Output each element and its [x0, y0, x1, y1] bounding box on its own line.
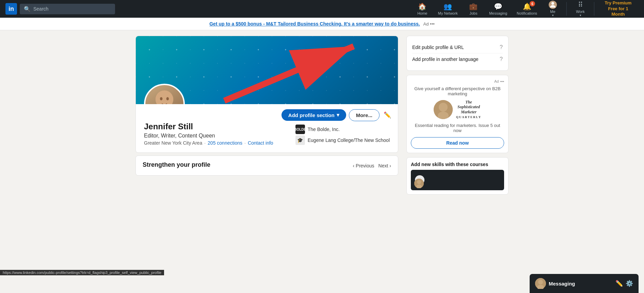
dot-1: ·: [204, 140, 206, 146]
ad-label: Ad: [423, 21, 429, 27]
more-button[interactable]: More...: [349, 109, 380, 121]
main-layout: Add profile section ▾ More... ✏️ Jennife…: [130, 36, 514, 195]
strengthen-title: Strengthen your profile: [143, 161, 210, 168]
edit-pencil-icon: ✏️: [384, 112, 391, 118]
dot-2: ·: [244, 140, 246, 146]
nav-work[interactable]: ⠿ Work ▾: [570, 0, 591, 19]
profile-section: Add profile section ▾ More... ✏️ Jennife…: [135, 36, 398, 195]
nav-divider-2: [594, 2, 594, 16]
read-now-button[interactable]: Read now: [411, 137, 504, 149]
strengthen-nav: ‹ Previous Next ›: [353, 163, 391, 168]
help-icon-2: ?: [500, 56, 503, 62]
nav-work-label: Work: [576, 10, 584, 14]
me-chevron-icon: ▾: [552, 14, 554, 17]
profile-avatar[interactable]: [144, 84, 185, 104]
ad-options-icon[interactable]: •••: [430, 21, 435, 27]
svg-point-6: [156, 91, 173, 104]
nav-home-label: Home: [417, 11, 427, 15]
profile-banner: [136, 36, 398, 104]
ad-card-meta: Ad •••: [411, 79, 504, 83]
school-name: Eugene Lang College/The New School: [308, 137, 390, 143]
ad-card-caption: Essential reading for marketers. Issue 5…: [411, 123, 504, 133]
edit-profile-button[interactable]: ✏️: [382, 110, 392, 120]
nav-divider-1: [566, 2, 567, 16]
profile-companies: BOLDE The Bolde, Inc. 🎓 Eugene Lang Coll…: [295, 122, 390, 146]
edit-profile-section: Edit public profile & URL ? Add profile …: [406, 36, 509, 71]
ad-card-options-icon[interactable]: •••: [500, 79, 504, 83]
ad-card-avatar: [434, 100, 453, 119]
company-row-bolde: BOLDE The Bolde, Inc.: [295, 125, 390, 134]
nav-premium[interactable]: Try Premium Free for 1 Month: [598, 0, 639, 19]
company-bolde-name: The Bolde, Inc.: [308, 127, 340, 132]
profile-actions: Add profile section ▾ More... ✏️: [136, 104, 398, 122]
skills-thumbnail[interactable]: ▶: [411, 170, 504, 190]
add-section-chevron: ▾: [337, 112, 339, 118]
svg-point-10: [439, 103, 448, 112]
prev-chevron-icon: ‹: [353, 163, 354, 168]
mynetwork-icon: 👥: [444, 2, 452, 11]
svg-point-0: [551, 2, 554, 5]
add-profile-section-button[interactable]: Add profile section ▾: [281, 109, 346, 121]
edit-public-profile-link[interactable]: Edit public profile & URL ?: [412, 42, 503, 53]
nav-mynetwork[interactable]: 👥 My Network: [434, 0, 462, 17]
profile-location: Greater New York City Area: [144, 140, 202, 146]
profile-avatar-wrap: [144, 84, 185, 104]
notifications-badge: 6: [530, 1, 535, 6]
nav-me-label: Me: [550, 10, 555, 14]
profile-meta: Greater New York City Area · 205 connect…: [144, 140, 282, 146]
ad-banner: Get up to a $500 bonus - M&T Tailored Bu…: [0, 18, 644, 30]
ad-banner-meta: Ad •••: [423, 21, 435, 27]
school-logo: 🎓: [295, 135, 305, 145]
profile-name: Jennifer Still: [144, 122, 282, 131]
add-language-link[interactable]: Add profile in another language ?: [412, 53, 503, 65]
sidebar-ad-card: Ad ••• Give yourself a different perspec…: [406, 75, 509, 153]
nav-notifications-label: Notifications: [517, 11, 537, 15]
ad-card-brand-logo: TheSophisticatedMarketer QUARTERLY: [456, 100, 481, 119]
nav-notifications[interactable]: 🔔 6 Notifications: [513, 0, 541, 17]
nav-jobs[interactable]: 💼 Jobs: [463, 0, 484, 17]
profile-title: Editor, Writer, Content Queen: [144, 133, 282, 139]
me-avatar: [549, 1, 557, 9]
nav-center: 🏠 Home 👥 My Network 💼 Jobs 💬 Messaging 🔔…: [412, 0, 639, 19]
help-icon-1: ?: [500, 44, 503, 50]
nav-home[interactable]: 🏠 Home: [412, 0, 433, 17]
previous-button[interactable]: ‹ Previous: [353, 163, 374, 168]
strengthen-card: Strengthen your profile ‹ Previous Next …: [135, 156, 398, 176]
contact-info-link[interactable]: Contact info: [248, 140, 273, 146]
skills-thumb-overlay: [411, 177, 504, 190]
nav-messaging-label: Messaging: [489, 11, 507, 15]
connections-link[interactable]: 205 connections: [208, 140, 242, 146]
skills-section: Add new skills with these courses ▶: [406, 157, 509, 195]
strengthen-header: Strengthen your profile ‹ Previous Next …: [143, 161, 391, 170]
ad-banner-link[interactable]: Get up to a $500 bonus - M&T Tailored Bu…: [209, 21, 420, 27]
svg-point-8: [166, 97, 169, 100]
ad-card-description: Give yourself a different perspective on…: [411, 86, 504, 96]
company-row-school: 🎓 Eugene Lang College/The New School: [295, 135, 390, 145]
profile-card: Add profile section ▾ More... ✏️ Jennife…: [135, 36, 398, 153]
next-chevron-icon: ›: [389, 163, 391, 168]
messaging-icon: 💬: [494, 2, 502, 11]
ad-card-label: Ad: [494, 79, 499, 83]
svg-line-2: [224, 46, 354, 101]
sidebar: Edit public profile & URL ? Add profile …: [406, 36, 509, 195]
profile-bottom-layout: Jennifer Still Editor, Writer, Content Q…: [136, 122, 398, 152]
skills-mini-avatar: [414, 179, 424, 188]
bolde-logo: BOLDE: [295, 125, 305, 134]
linkedin-logo[interactable]: in: [5, 3, 17, 15]
work-chevron-icon: ▾: [580, 14, 581, 17]
next-button[interactable]: Next ›: [379, 163, 391, 168]
svg-point-7: [160, 97, 162, 100]
skills-title: Add new skills with these courses: [411, 162, 504, 167]
search-bar[interactable]: 🔍: [20, 4, 115, 14]
home-icon: 🏠: [418, 2, 426, 11]
svg-point-13: [417, 180, 421, 184]
search-icon: 🔍: [24, 6, 31, 12]
profile-info: Jennifer Still Editor, Writer, Content Q…: [144, 122, 282, 146]
nav-messaging[interactable]: 💬 Messaging: [485, 0, 511, 17]
nav-me[interactable]: Me ▾: [543, 0, 563, 19]
nav-jobs-label: Jobs: [469, 11, 477, 15]
search-input[interactable]: [33, 6, 111, 12]
nav-mynetwork-label: My Network: [438, 11, 458, 15]
work-icon: ⠿: [578, 1, 583, 9]
jobs-icon: 💼: [469, 2, 478, 11]
